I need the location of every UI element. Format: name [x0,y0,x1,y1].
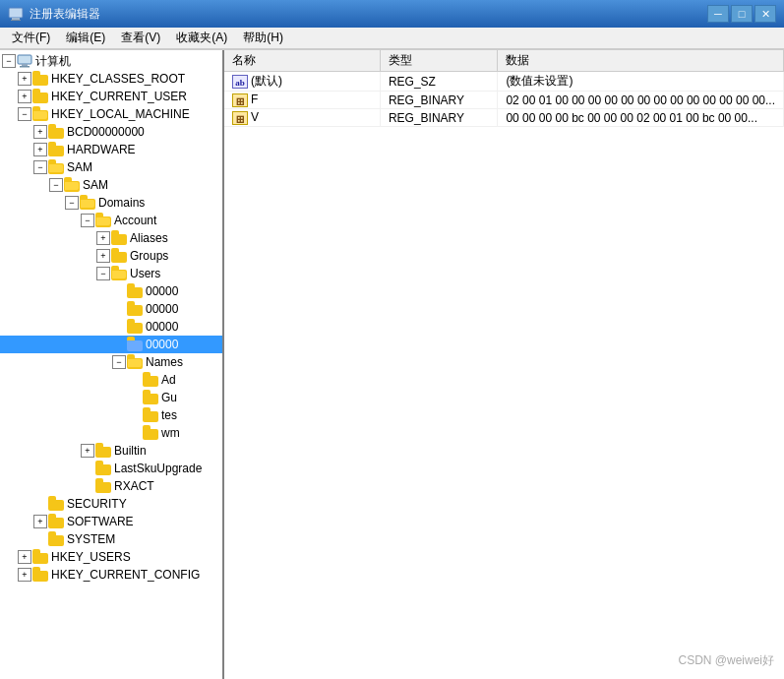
tree-node-sam2[interactable]: − SAM [0,176,222,194]
col-name: 名称 [224,50,380,72]
expand-account[interactable]: − [81,214,94,227]
reg-value-data: (数值未设置) [498,72,784,92]
tree-label-users4: 00000 [146,338,178,351]
reg-value-name: (默认) [251,74,282,88]
expand-computer[interactable]: − [2,54,16,68]
tree-node-computer[interactable]: − 计算机 [0,52,222,70]
expand-builtin[interactable]: + [81,444,94,458]
expand-sam[interactable]: − [33,160,47,174]
tree-node-hardware[interactable]: + HARDWARE [0,141,222,158]
expand-hku[interactable]: + [18,550,31,564]
expand-names[interactable]: − [112,355,126,369]
expand-hklm[interactable]: − [18,107,31,121]
tree-label-tes: tes [161,408,177,422]
reg-value-data: 02 00 01 00 00 00 00 00 00 00 00 00 00 0… [498,92,784,109]
svg-rect-1 [12,18,20,20]
tree-node-ad[interactable]: Ad [0,371,222,389]
tree-node-users1[interactable]: 00000 [0,282,222,300]
expand-aliases[interactable]: + [96,231,110,245]
expand-hkcr[interactable]: + [18,72,31,86]
reg-icon: ⊞ [232,111,248,125]
tree-label-groups: Groups [130,249,168,263]
tree-node-security[interactable]: SECURITY [0,495,222,513]
reg-value-type: REG_BINARY [380,92,498,109]
tree-label-domains: Domains [98,196,145,210]
expand-users[interactable]: − [96,267,110,280]
tree-label-computer: 计算机 [35,53,71,70]
watermark: CSDN @weiwei好 [678,652,774,669]
computer-icon [17,54,32,68]
table-row[interactable]: ⊞FREG_BINARY02 00 01 00 00 00 00 00 00 0… [224,92,784,109]
expand-hkcu[interactable]: + [18,90,31,103]
tree-node-builtin[interactable]: + Builtin [0,442,222,460]
tree-label-hardware: HARDWARE [67,143,136,156]
menu-view[interactable]: 查看(V) [113,28,168,49]
expand-hkcc[interactable]: + [18,568,31,582]
tree-label-hkcr: HKEY_CLASSES_ROOT [51,72,185,86]
tree-label-builtin: Builtin [114,444,147,458]
tree-label-users: Users [130,267,160,280]
tree-label-system: SYSTEM [67,532,115,546]
tree-node-names[interactable]: − Names [0,353,222,371]
tree-node-tes[interactable]: tes [0,406,222,424]
tree-node-gu[interactable]: Gu [0,389,222,406]
title-bar: 注册表编辑器 ─ □ ✕ [0,0,784,28]
expand-domains[interactable]: − [65,196,79,210]
tree-node-account[interactable]: − Account [0,212,222,229]
tree-node-aliases[interactable]: + Aliases [0,229,222,247]
tree-label-lastsku: LastSkuUpgrade [114,462,202,475]
menu-bar: 文件(F) 编辑(E) 查看(V) 收藏夹(A) 帮助(H) [0,28,784,49]
tree-label-hku: HKEY_USERS [51,550,131,564]
registry-table: 名称 类型 数据 ab(默认)REG_SZ(数值未设置)⊞FREG_BINARY… [224,50,784,127]
reg-value-name: V [251,110,259,124]
window-title: 注册表编辑器 [30,6,100,23]
minimize-button[interactable]: ─ [707,5,729,23]
tree-label-users3: 00000 [146,320,178,334]
tree-label-aliases: Aliases [130,231,168,245]
expand-software[interactable]: + [33,515,47,528]
tree-label-bcd: BCD00000000 [67,125,145,139]
table-row[interactable]: ⊞VREG_BINARY00 00 00 00 bc 00 00 00 02 0… [224,109,784,127]
tree-node-rxact[interactable]: RXACT [0,477,222,495]
tree-label-wm: wm [161,426,180,440]
tree-node-groups[interactable]: + Groups [0,247,222,265]
maximize-button[interactable]: □ [731,5,753,23]
close-button[interactable]: ✕ [754,5,776,23]
tree-node-hkcu[interactable]: + HKEY_CURRENT_USER [0,88,222,105]
tree-node-users3[interactable]: 00000 [0,318,222,336]
svg-rect-0 [9,8,23,18]
table-row[interactable]: ab(默认)REG_SZ(数值未设置) [224,72,784,92]
tree-node-domains[interactable]: − Domains [0,194,222,212]
app-icon [8,6,24,22]
reg-value-data: 00 00 00 00 bc 00 00 00 02 00 01 00 bc 0… [498,109,784,127]
menu-help[interactable]: 帮助(H) [235,28,291,49]
tree-node-hklm[interactable]: − HKEY_LOCAL_MACHINE [0,105,222,123]
svg-rect-3 [18,55,31,64]
menu-edit[interactable]: 编辑(E) [58,28,113,49]
tree-node-sam[interactable]: − SAM [0,158,222,176]
tree-node-hku[interactable]: + HKEY_USERS [0,548,222,566]
tree-panel: − 计算机 + HKEY_CLASSES_ROOT + HKEY_CURRENT… [0,50,224,679]
tree-label-rxact: RXACT [114,479,154,493]
reg-icon: ⊞ [232,93,248,107]
tree-node-system[interactable]: SYSTEM [0,530,222,548]
menu-favorites[interactable]: 收藏夹(A) [168,28,235,49]
tree-label-security: SECURITY [67,497,127,511]
tree-node-software[interactable]: + SOFTWARE [0,513,222,530]
menu-file[interactable]: 文件(F) [4,28,58,49]
tree-node-users2[interactable]: 00000 [0,300,222,318]
expand-hardware[interactable]: + [33,143,47,156]
tree-label-gu: Gu [161,391,177,404]
tree-node-lastsku[interactable]: LastSkuUpgrade [0,460,222,477]
tree-node-users4[interactable]: 00000 [0,336,222,353]
expand-sam2[interactable]: − [49,178,63,192]
tree-node-bcd[interactable]: + BCD00000000 [0,123,222,141]
tree-node-users[interactable]: − Users [0,265,222,282]
tree-label-account: Account [114,214,156,227]
tree-node-wm[interactable]: wm [0,424,222,442]
tree-node-hkcc[interactable]: + HKEY_CURRENT_CONFIG [0,566,222,584]
expand-groups[interactable]: + [96,249,110,263]
tree-node-hkcr[interactable]: + HKEY_CLASSES_ROOT [0,70,222,88]
reg-icon: ab [232,75,248,89]
expand-bcd[interactable]: + [33,125,47,139]
